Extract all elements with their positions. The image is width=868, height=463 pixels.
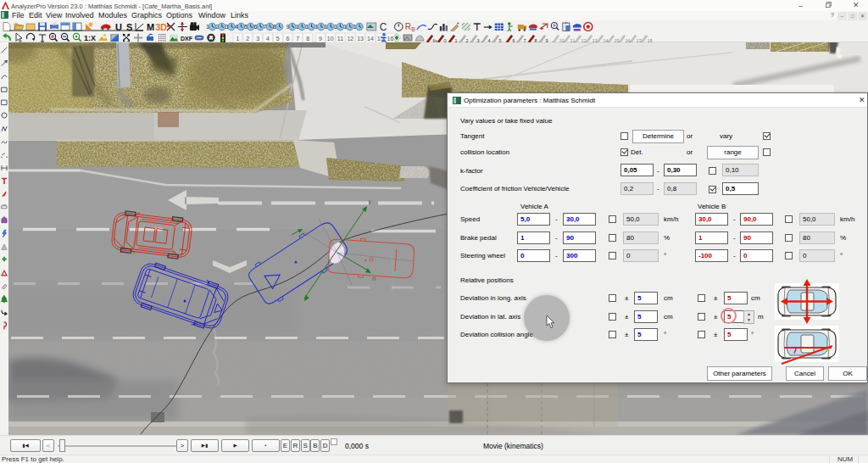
svg-text:8: 8 [306, 36, 309, 42]
svg-text:5: 5 [276, 36, 280, 42]
svg-text:9: 9 [319, 36, 322, 42]
svg-text:12: 12 [347, 36, 353, 42]
svg-text:7: 7 [296, 36, 299, 42]
svg-text:3: 3 [256, 36, 259, 42]
svg-text:6: 6 [287, 36, 290, 42]
svg-text:1: 1 [236, 36, 240, 42]
svg-text:R: R [405, 22, 411, 31]
svg-text:11: 11 [337, 36, 343, 42]
svg-text:n: n [372, 275, 376, 282]
svg-text:13: 13 [357, 36, 364, 42]
svg-text:1:X: 1:X [84, 34, 96, 42]
svg-text:10: 10 [327, 36, 334, 42]
svg-text:M: M [147, 22, 154, 32]
svg-text:3D: 3D [156, 22, 168, 32]
svg-text:14: 14 [367, 36, 374, 42]
svg-text:16: 16 [387, 36, 394, 42]
svg-text:4: 4 [266, 36, 270, 42]
svg-text:DXF: DXF [181, 36, 193, 42]
svg-text:2: 2 [246, 36, 249, 42]
